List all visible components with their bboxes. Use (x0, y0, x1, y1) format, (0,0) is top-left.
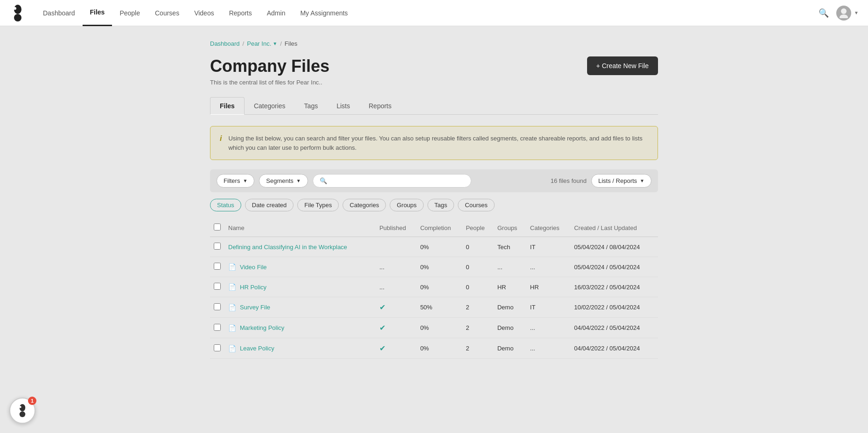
file-people: 0 (462, 277, 494, 297)
file-name-cell: 📄 Survey File (224, 297, 376, 318)
breadcrumb-sep-1: / (243, 40, 245, 47)
file-name-text: HR Policy (240, 284, 266, 291)
file-groups: Demo (494, 318, 526, 338)
pill-groups[interactable]: Groups (390, 199, 424, 211)
file-groups: ... (494, 257, 526, 277)
breadcrumb-company[interactable]: Pear Inc. ▼ (247, 40, 277, 47)
file-people: 0 (462, 257, 494, 277)
pill-date-created[interactable]: Date created (245, 199, 294, 211)
tab-lists[interactable]: Lists (327, 97, 359, 114)
tab-reports[interactable]: Reports (359, 97, 401, 114)
table-row: 📄 Video File ... 0% 0 ... ... 05/04/2024… (210, 257, 658, 277)
pill-status[interactable]: Status (210, 199, 241, 211)
published-check-icon: ✔ (379, 344, 385, 352)
file-name-link[interactable]: 📄 HR Policy (228, 283, 372, 291)
file-completion: 0% (416, 318, 462, 338)
table-row: 📄 HR Policy ... 0% 0 HR HR 16/03/2022 / … (210, 277, 658, 297)
file-name-link[interactable]: Defining and Classifying AI in the Workp… (228, 244, 372, 251)
file-name-link[interactable]: 📄 Leave Policy (228, 345, 372, 352)
filters-button[interactable]: Filters ▼ (217, 174, 254, 188)
svg-point-4 (840, 14, 848, 18)
pill-file-types[interactable]: File Types (297, 199, 339, 211)
tab-files[interactable]: Files (210, 97, 245, 115)
page-title-section: Company Files This is the central list o… (210, 56, 329, 86)
file-name-text: Video File (240, 264, 267, 271)
file-name-text: Survey File (240, 304, 270, 311)
top-navigation: Dashboard Files People Courses Videos Re… (0, 0, 868, 26)
segments-button[interactable]: Segments ▼ (259, 174, 308, 188)
file-groups: Tech (494, 237, 526, 257)
filters-label: Filters (224, 177, 240, 184)
file-groups: HR (494, 277, 526, 297)
file-people: 2 (462, 318, 494, 338)
create-new-file-button[interactable]: + Create New File (587, 56, 658, 75)
file-name-text: Defining and Classifying AI in the Workp… (228, 244, 347, 251)
file-name-link[interactable]: 📄 Video File (228, 263, 372, 271)
nav-items-list: Dashboard Files People Courses Videos Re… (35, 0, 819, 26)
file-published: ✔ (376, 297, 416, 318)
file-icon: 📄 (228, 283, 236, 291)
breadcrumb-dashboard[interactable]: Dashboard (210, 40, 240, 47)
info-icon: i (220, 134, 222, 143)
file-categories: ... (526, 338, 570, 359)
nav-item-people[interactable]: People (112, 0, 147, 26)
file-dates: 10/02/2022 / 05/04/2024 (570, 297, 658, 318)
pill-tags[interactable]: Tags (427, 199, 454, 211)
search-box: 🔍 (313, 174, 471, 188)
nav-item-my-assignments[interactable]: My Assignments (293, 0, 355, 26)
file-name-text: Leave Policy (240, 345, 274, 352)
file-published: ... (376, 257, 416, 277)
tab-categories[interactable]: Categories (245, 97, 295, 114)
filter-pills: Status Date created File Types Categorie… (210, 199, 658, 211)
file-dates: 04/04/2022 / 05/04/2024 (570, 338, 658, 359)
nav-item-videos[interactable]: Videos (187, 0, 222, 26)
nav-item-files[interactable]: Files (83, 0, 112, 26)
files-table: Name Published Completion People Groups … (210, 219, 658, 359)
app-logo[interactable] (9, 5, 26, 21)
table-row: 📄 Marketing Policy ✔ 0% 2 Demo ... 04/04… (210, 318, 658, 338)
page-header: Company Files This is the central list o… (210, 56, 658, 86)
segments-label: Segments (266, 177, 294, 184)
file-completion: 0% (416, 338, 462, 359)
pill-courses[interactable]: Courses (458, 199, 494, 211)
row-checkbox[interactable] (214, 303, 221, 310)
nav-item-admin[interactable]: Admin (259, 0, 293, 26)
file-categories: ... (526, 318, 570, 338)
row-checkbox[interactable] (214, 324, 221, 331)
col-header-published: Published (376, 219, 416, 237)
page-title: Company Files (210, 56, 329, 76)
file-completion: 0% (416, 277, 462, 297)
file-dates: 05/04/2024 / 08/04/2024 (570, 237, 658, 257)
nav-item-courses[interactable]: Courses (147, 0, 187, 26)
row-checkbox[interactable] (214, 344, 221, 351)
file-published (376, 237, 416, 257)
file-name-link[interactable]: 📄 Survey File (228, 304, 372, 311)
breadcrumb-current: Files (285, 40, 297, 47)
select-all-checkbox[interactable] (214, 223, 221, 230)
file-icon: 📄 (228, 304, 236, 311)
lists-reports-button[interactable]: Lists / Reports ▼ (591, 174, 651, 188)
chevron-down-icon: ▼ (273, 41, 277, 46)
file-groups: Demo (494, 297, 526, 318)
breadcrumb-sep-2: / (280, 40, 282, 47)
file-people: 2 (462, 297, 494, 318)
tab-tags[interactable]: Tags (295, 97, 328, 114)
search-icon[interactable]: 🔍 (819, 8, 829, 18)
file-name-link[interactable]: 📄 Marketing Policy (228, 324, 372, 332)
nav-item-dashboard[interactable]: Dashboard (35, 0, 83, 26)
search-input[interactable] (331, 177, 464, 184)
main-content: Dashboard / Pear Inc. ▼ / Files Company … (201, 26, 667, 373)
tabs-bar: Files Categories Tags Lists Reports (210, 97, 658, 115)
breadcrumb: Dashboard / Pear Inc. ▼ / Files (210, 40, 658, 47)
file-categories: IT (526, 237, 570, 257)
nav-item-reports[interactable]: Reports (222, 0, 259, 26)
page-subtitle: This is the central list of files for Pe… (210, 79, 329, 86)
lists-reports-label: Lists / Reports (598, 177, 637, 184)
pill-categories[interactable]: Categories (343, 199, 386, 211)
file-completion: 0% (416, 257, 462, 277)
row-checkbox[interactable] (214, 243, 221, 250)
row-checkbox[interactable] (214, 263, 221, 270)
user-menu[interactable]: ▼ (836, 6, 859, 21)
info-banner-text: Using the list below, you can search and… (228, 134, 648, 152)
row-checkbox[interactable] (214, 283, 221, 290)
